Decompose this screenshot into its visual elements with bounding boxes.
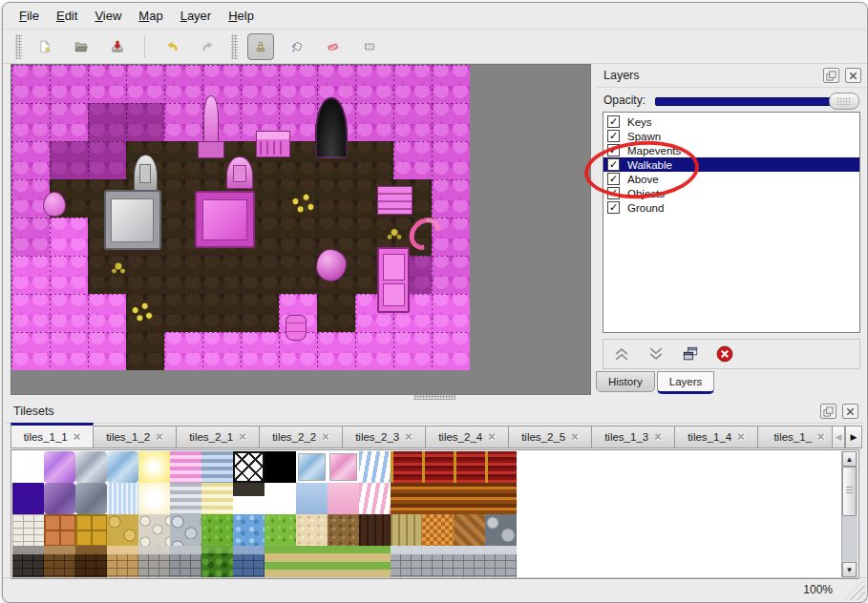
palette-tile-carpet-orange[interactable]	[485, 483, 517, 514]
map-tile[interactable]	[164, 256, 202, 294]
menu-file[interactable]: File	[11, 6, 48, 26]
palette-tile-wall-graybrick2[interactable]	[485, 546, 517, 577]
resize-grip[interactable]	[844, 579, 865, 600]
palette-tile-carpet-red[interactable]	[454, 451, 485, 483]
layer-visibility-checkbox[interactable]: ✓	[607, 130, 620, 142]
tileset-tab-tiles_2_3[interactable]: tiles_2_3×	[343, 426, 426, 448]
toolbar-handle[interactable]	[15, 34, 22, 59]
map-tile[interactable]	[317, 65, 355, 103]
scroll-down-button[interactable]: ▼	[842, 562, 857, 577]
palette-tile-plaque-dark[interactable]	[233, 483, 265, 514]
menu-edit[interactable]: Edit	[48, 6, 86, 26]
tab-close-icon[interactable]: ×	[156, 432, 163, 442]
tileset-tab-tiles_1_1[interactable]: tiles_1_1×	[11, 423, 94, 448]
palette-tile-wall-graybrick2[interactable]	[422, 546, 454, 577]
palette-tile-carpet-orange[interactable]	[391, 483, 422, 514]
tileset-tab-tiles_2_2[interactable]: tiles_2_2×	[260, 426, 343, 448]
map-tile[interactable]	[50, 332, 88, 370]
layer-visibility-checkbox[interactable]: ✓	[607, 115, 620, 128]
palette-tile-wood-dark[interactable]	[359, 514, 391, 546]
palette-tile-dirt-brown[interactable]	[328, 514, 359, 546]
map-tile[interactable]	[50, 218, 88, 256]
menu-map[interactable]: Map	[130, 6, 171, 26]
map-tile[interactable]	[241, 332, 279, 370]
palette-tile-carpet-red[interactable]	[485, 451, 517, 483]
palette-tile-stone-white[interactable]	[12, 514, 44, 546]
layer-row-walkable[interactable]: ✓Walkable	[603, 157, 859, 172]
scrollbar-thumb[interactable]	[842, 467, 857, 516]
palette-tile-wall-dark[interactable]	[12, 546, 44, 577]
dock-tab-history[interactable]: History	[596, 371, 655, 392]
map-tile[interactable]	[202, 332, 241, 370]
map-tile[interactable]	[355, 103, 393, 141]
palette-tile-ribbon-pink[interactable]	[359, 483, 391, 514]
map-tile[interactable]	[126, 256, 164, 294]
tileset-tab-tiles_1_3[interactable]: tiles_1_3×	[592, 426, 675, 448]
palette-tile-glass-purple-dark[interactable]	[44, 483, 75, 514]
palette-tile-tile-gold[interactable]	[75, 514, 107, 546]
palette-tile-solid-blue[interactable]	[296, 483, 328, 514]
map-tile[interactable]	[393, 332, 432, 370]
opacity-slider-handle[interactable]	[829, 93, 859, 110]
map-tile[interactable]	[50, 103, 88, 141]
palette-tile-empty[interactable]	[265, 483, 296, 514]
layer-row-spawn[interactable]: ✓Spawn	[603, 129, 859, 143]
palette-tile-stripes-blue[interactable]	[201, 451, 233, 483]
map-tile[interactable]	[126, 65, 164, 103]
map-tile[interactable]	[317, 179, 355, 218]
map-tile[interactable]	[126, 332, 164, 370]
layer-visibility-checkbox[interactable]: ✓	[607, 187, 620, 199]
layer-row-objects[interactable]: ✓Objects	[603, 186, 859, 200]
palette-tile-stones-gray[interactable]	[170, 514, 201, 546]
tab-scroll-left-button[interactable]: ◀	[832, 426, 845, 448]
palette-tile-carpet-orange[interactable]	[422, 483, 454, 514]
palette-tile-stripes-yellow[interactable]	[201, 483, 233, 514]
palette-tile-wall-graybrick2[interactable]	[391, 546, 422, 577]
palette-tile-water-blue[interactable]	[233, 514, 265, 546]
map-tile[interactable]	[432, 294, 470, 332]
map-tile[interactable]	[317, 294, 355, 332]
palette-tile-path-grass[interactable]	[265, 546, 296, 577]
palette-tile-glass-blue2[interactable]	[296, 451, 328, 483]
map-tile[interactable]	[393, 141, 432, 179]
map-tile[interactable]	[355, 141, 393, 179]
tab-close-icon[interactable]: ×	[239, 432, 246, 442]
palette-tile-herringbone-brown[interactable]	[454, 514, 485, 546]
palette-tile-glass-purple[interactable]	[44, 451, 75, 483]
tileset-palette[interactable]: ▲ ▼	[11, 449, 859, 579]
map-tile[interactable]	[88, 103, 126, 141]
palette-tile-stripes-pink[interactable]	[170, 451, 201, 483]
layer-row-above[interactable]: ✓Above	[603, 172, 859, 186]
menu-layer[interactable]: Layer	[172, 6, 221, 26]
palette-tile-wall-graybrick2[interactable]	[454, 546, 485, 577]
toolbar-handle[interactable]	[231, 34, 238, 59]
palette-tile-indigo[interactable]	[12, 483, 44, 514]
palette-tile-grass-green[interactable]	[201, 514, 233, 546]
tileset-tab-tiles_1_4[interactable]: tiles_1_4×	[675, 426, 758, 448]
map-tile[interactable]	[432, 65, 470, 103]
map-tile[interactable]	[164, 294, 202, 332]
map-tile[interactable]	[88, 141, 126, 179]
opacity-slider[interactable]	[655, 93, 859, 108]
map-tile[interactable]	[11, 103, 50, 141]
palette-tile-solid-pink[interactable]	[328, 483, 359, 514]
palette-tile-path-grass[interactable]	[328, 546, 359, 577]
palette-tile-carpet-red[interactable]	[422, 451, 454, 483]
layer-visibility-checkbox[interactable]: ✓	[607, 158, 620, 171]
tileset-tab-tiles_2_1[interactable]: tiles_2_1×	[177, 426, 260, 448]
layer-visibility-checkbox[interactable]: ✓	[607, 201, 620, 214]
map-tile[interactable]	[241, 65, 279, 103]
palette-tile-glow-yellow[interactable]	[138, 451, 170, 483]
map-tile[interactable]	[11, 65, 50, 103]
map-tile[interactable]	[393, 65, 432, 103]
tab-close-icon[interactable]: ×	[74, 432, 81, 442]
map-tile[interactable]	[432, 256, 470, 294]
tab-close-icon[interactable]: ×	[654, 432, 662, 442]
map-canvas-content[interactable]	[11, 65, 470, 370]
map-tile[interactable]	[11, 332, 50, 370]
layer-row-ground[interactable]: ✓Ground	[603, 200, 859, 215]
map-tile[interactable]	[432, 141, 470, 179]
map-tile[interactable]	[11, 294, 50, 332]
palette-tile-glass-pink2[interactable]	[328, 451, 359, 483]
palette-tile-sand-tan[interactable]	[296, 514, 328, 546]
